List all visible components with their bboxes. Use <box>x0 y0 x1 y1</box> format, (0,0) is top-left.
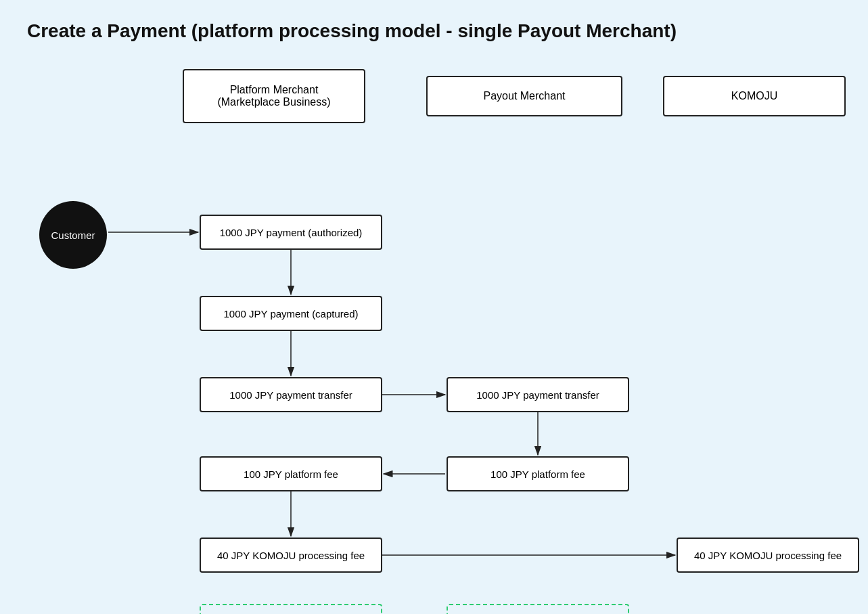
box-payout-balance: 900 JPY Balance <box>447 604 629 614</box>
box-transfer-payout: 1000 JPY payment transfer <box>447 377 629 412</box>
customer-node: Customer <box>39 201 107 269</box>
box-authorized: 1000 JPY payment (authorized) <box>200 215 382 250</box>
box-fee-payout: 100 JPY platform fee <box>447 456 629 491</box>
box-platform-balance: 60 JPY Balance <box>200 604 382 614</box>
box-transfer-platform: 1000 JPY payment transfer <box>200 377 382 412</box>
header-komoju: KOMOJU <box>663 76 846 116</box>
page: Create a Payment (platform processing mo… <box>0 0 868 614</box>
box-fee-platform: 100 JPY platform fee <box>200 456 382 491</box>
page-title: Create a Payment (platform processing mo… <box>27 20 841 42</box>
header-platform: Platform Merchant (Marketplace Business) <box>183 69 365 123</box>
box-komoju-fee-komoju: 40 JPY KOMOJU processing fee <box>677 538 859 573</box>
box-komoju-fee-platform: 40 JPY KOMOJU processing fee <box>200 538 382 573</box>
header-payout: Payout Merchant <box>426 76 622 116</box>
diagram: Platform Merchant (Marketplace Business)… <box>27 69 841 597</box>
arrows-overlay <box>27 69 841 597</box>
box-captured: 1000 JPY payment (captured) <box>200 296 382 331</box>
